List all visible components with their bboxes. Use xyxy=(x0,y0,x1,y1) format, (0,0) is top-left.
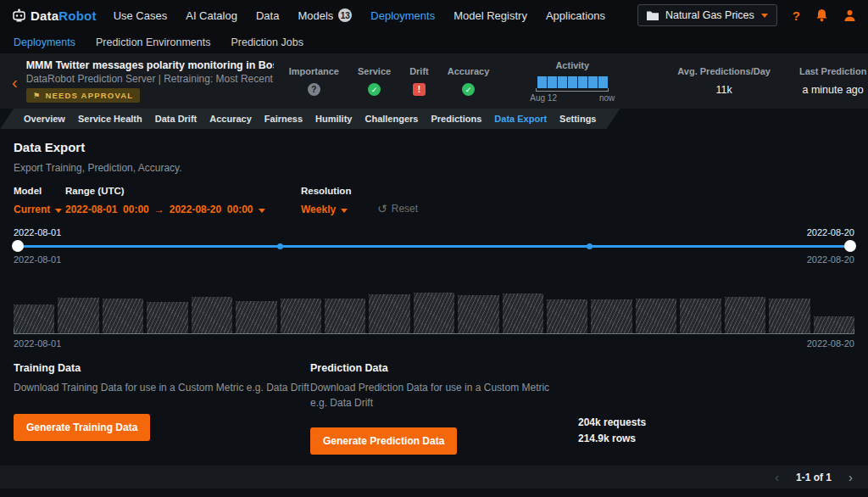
help-icon[interactable]: ? xyxy=(793,9,800,22)
subnav-prediction-environments[interactable]: Prediction Environments xyxy=(96,36,210,48)
availability-bar[interactable] xyxy=(58,298,98,333)
back-chevron-icon[interactable]: ‹ xyxy=(12,74,18,91)
training-data-desc: Download Training Data for use in a Cust… xyxy=(14,380,310,395)
availability-bar[interactable] xyxy=(769,299,810,333)
slider-end-date-sub: 2022-08-20 xyxy=(807,254,854,265)
slider-handle-right[interactable] xyxy=(844,240,856,252)
availability-bar[interactable] xyxy=(814,316,854,333)
nav-models-label: Models xyxy=(298,9,333,22)
deployment-title: MMM Twitter messages polarity monitoring… xyxy=(26,59,274,71)
tab-settings[interactable]: Settings xyxy=(559,114,596,124)
project-selector[interactable]: Natural Gas Prices xyxy=(637,4,777,26)
drift-alert-icon[interactable]: ! xyxy=(413,83,426,96)
slider-track-row xyxy=(14,239,854,253)
service-pass-icon[interactable]: ✓ xyxy=(368,83,381,96)
needs-approval-badge[interactable]: ⚑NEEDS APPROVAL xyxy=(26,88,141,103)
reset-label: Reset xyxy=(392,203,418,215)
nav-ai-catalog[interactable]: AI Catalog xyxy=(186,9,237,22)
availability-bar[interactable] xyxy=(325,299,365,333)
availability-bars xyxy=(14,282,854,334)
tab-strip-wrap: Overview Service Health Data Drift Accur… xyxy=(0,109,868,129)
availability-bar[interactable] xyxy=(369,294,409,333)
availability-bar[interactable] xyxy=(14,304,54,333)
accuracy-pass-icon[interactable]: ✓ xyxy=(462,83,475,96)
tab-humility[interactable]: Humility xyxy=(315,114,352,124)
activity-end-label: now xyxy=(599,93,615,103)
last-prediction-value: a minute ago xyxy=(803,84,864,96)
pagination-prev-icon[interactable]: ‹ xyxy=(775,471,779,483)
chevron-down-icon xyxy=(259,209,265,213)
generate-prediction-data-button[interactable]: Generate Prediction Data xyxy=(310,427,457,455)
slider-week-dot[interactable] xyxy=(277,243,283,249)
availability-bar[interactable] xyxy=(147,302,187,333)
robot-icon xyxy=(12,8,26,23)
model-select[interactable]: Current xyxy=(14,204,65,215)
arrow-right-icon: → xyxy=(154,204,164,215)
status-accuracy: Accuracy ✓ xyxy=(448,66,490,96)
tab-challengers[interactable]: Challengers xyxy=(364,114,418,124)
nav-applications[interactable]: Applications xyxy=(546,9,605,22)
availability-bar[interactable] xyxy=(103,299,143,333)
slider-handle-left[interactable] xyxy=(12,240,24,252)
activity-bar xyxy=(537,76,547,88)
top-nav-items: Use Cases AI Catalog Data Models13 Deplo… xyxy=(114,8,605,22)
slider-bottom-labels: 2022-08-01 2022-08-20 xyxy=(14,254,854,265)
availability-bar[interactable] xyxy=(636,299,676,333)
prediction-stats: 204k requests 214.9k rows xyxy=(578,415,646,455)
availability-bar[interactable] xyxy=(236,301,276,333)
generate-training-data-button[interactable]: Generate Training Data xyxy=(14,414,150,441)
user-icon[interactable] xyxy=(843,9,856,22)
pagination-next-icon[interactable]: › xyxy=(849,471,853,483)
tab-overview[interactable]: Overview xyxy=(24,114,65,124)
slider-top-labels: 2022-08-01 2022-08-20 xyxy=(14,227,854,237)
page-subtitle: Export Training, Prediction, Accuracy. xyxy=(14,162,854,174)
availability-bar[interactable] xyxy=(414,293,454,333)
nav-model-registry[interactable]: Model Registry xyxy=(453,9,527,22)
nav-use-cases[interactable]: Use Cases xyxy=(114,9,168,22)
nav-deployments[interactable]: Deployments xyxy=(370,9,435,22)
status-group: Importance ? Service ✓ Drift ! Accuracy … xyxy=(289,66,490,96)
slider-track[interactable] xyxy=(14,245,854,248)
chart-end-label: 2022-08-20 xyxy=(807,338,854,349)
activity-label: Activity xyxy=(555,60,589,70)
availability-bar[interactable] xyxy=(680,299,721,333)
activity-sparkline[interactable] xyxy=(537,76,608,88)
activity-bar xyxy=(558,76,567,88)
slider-start-date-sub: 2022-08-01 xyxy=(14,254,61,265)
chevron-down-icon xyxy=(761,14,768,18)
subnav-prediction-jobs[interactable]: Prediction Jobs xyxy=(231,36,303,48)
tab-predictions[interactable]: Predictions xyxy=(431,114,481,124)
availability-bar[interactable] xyxy=(591,299,632,333)
subnav-deployments[interactable]: Deployments xyxy=(14,36,75,48)
resolution-select[interactable]: Weekly xyxy=(301,204,359,215)
accuracy-label: Accuracy xyxy=(448,66,490,76)
flag-icon: ⚑ xyxy=(33,91,42,100)
tab-fairness[interactable]: Fairness xyxy=(264,114,303,124)
nav-data[interactable]: Data xyxy=(256,9,279,22)
importance-unknown-icon[interactable]: ? xyxy=(308,83,320,96)
tab-data-drift[interactable]: Data Drift xyxy=(155,114,198,124)
tab-service-health[interactable]: Service Health xyxy=(78,114,142,124)
nav-models[interactable]: Models13 xyxy=(298,8,352,22)
availability-bar[interactable] xyxy=(458,295,498,333)
resolution-value: Weekly xyxy=(301,204,336,215)
availability-bar[interactable] xyxy=(503,293,543,333)
last-prediction-label: Last Prediction xyxy=(799,66,866,76)
availability-bar[interactable] xyxy=(547,299,587,333)
availability-bar[interactable] xyxy=(725,297,765,333)
range-select[interactable]: 2022-08-01 00:00→2022-08-20 00:00 xyxy=(65,204,248,215)
availability-bar[interactable] xyxy=(192,297,232,333)
datarobot-logo[interactable]: DataRobot xyxy=(12,8,97,23)
avg-predictions-value: 11k xyxy=(715,84,732,96)
tab-data-export[interactable]: Data Export xyxy=(494,114,547,124)
prediction-data-section: Prediction Data Download Prediction Data… xyxy=(310,362,558,455)
export-controls: Model Current Range (UTC) 2022-08-01 00:… xyxy=(14,186,854,215)
generate-sections: Training Data Download Training Data for… xyxy=(14,362,854,455)
model-label: Model xyxy=(14,186,65,196)
reset-button[interactable]: ↺Reset xyxy=(377,202,418,215)
bell-icon[interactable] xyxy=(815,8,828,22)
tab-accuracy[interactable]: Accuracy xyxy=(209,114,252,124)
range-start-value: 2022-08-01 00:00 xyxy=(65,204,149,215)
slider-week-dot[interactable] xyxy=(587,243,593,249)
availability-bar[interactable] xyxy=(281,299,321,333)
